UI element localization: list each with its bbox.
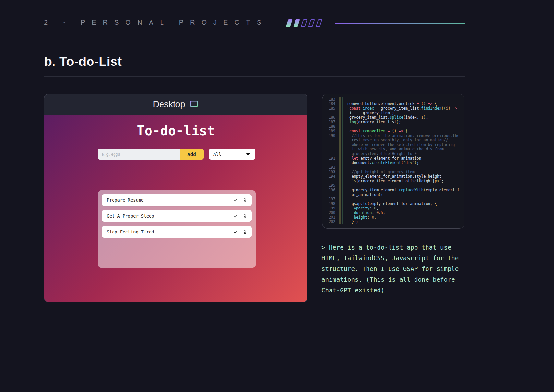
code-text: grocery_item.element.replaceWith(empty_e… (344, 188, 462, 197)
todo-item-actions (233, 230, 247, 234)
line-number: 202 (322, 220, 337, 224)
code-text: }); (344, 220, 462, 224)
line-number: 183 (322, 97, 337, 101)
page-title: b. To-do-List (44, 54, 122, 69)
code-line: 189const removeItem = () => { (322, 129, 462, 133)
todo-item-actions (233, 198, 247, 203)
line-number: 194 (322, 174, 337, 183)
code-line: 194empty_element_for_animation.style.hei… (322, 174, 462, 183)
chevron-down-icon (246, 153, 251, 156)
gutter-marks (337, 183, 344, 188)
check-icon (233, 198, 238, 203)
desktop-mockup-window: Desktop To-do-list Add All (44, 94, 307, 302)
code-text: //get height of grocery_item (344, 170, 462, 174)
line-number: 187 (322, 120, 337, 124)
check-icon (233, 230, 238, 234)
code-text: opacity: 0, (344, 206, 462, 210)
code-text (344, 124, 462, 129)
gutter-marks (337, 115, 344, 120)
code-line: 193//get height of grocery_item (322, 170, 462, 174)
code-text: duration: 0.5, (344, 210, 462, 215)
gutter-marks (337, 165, 344, 170)
gutter-marks (337, 210, 344, 215)
code-text: //this is for the animation, remove prev… (344, 133, 462, 156)
gutter-marks (337, 188, 344, 197)
code-line: 186grocery_item_list.splice(index, 1); (322, 115, 462, 120)
todo-item-label: Get A Proper Sleep (107, 213, 233, 219)
header-line (335, 23, 465, 24)
code-text: removed_button.element.onclick = () => { (344, 101, 462, 106)
code-line: 202}); (322, 220, 462, 224)
code-line: 184removed_button.element.onclick = () =… (322, 101, 462, 106)
project-description: > Here is a to-do-list app that use HTML… (321, 242, 468, 296)
todo-item-label: Stop Feeling Tired (107, 229, 233, 234)
code-text: log(grocery_item_list); (344, 120, 462, 124)
code-line: 183 (322, 97, 462, 101)
line-number: 185 (322, 106, 337, 115)
code-line: 185const index = grocery_item_list.findI… (322, 106, 462, 115)
line-number: 197 (322, 197, 337, 201)
delete-item-button[interactable] (243, 230, 247, 234)
complete-item-button[interactable] (233, 198, 238, 203)
code-line: 196grocery_item.element.replaceWith(empt… (322, 188, 462, 197)
code-text: const removeItem = () => { (344, 129, 462, 133)
line-number: 201 (322, 215, 337, 220)
trash-icon (243, 230, 247, 234)
gutter-marks (337, 133, 344, 156)
delete-item-button[interactable] (243, 214, 247, 219)
mockup-titlebar: Desktop (44, 94, 307, 115)
line-number: 199 (322, 206, 337, 210)
todo-item: Prepare Resume (102, 194, 252, 206)
gutter-marks (337, 174, 344, 183)
code-line: 190//this is for the animation, remove p… (322, 133, 462, 156)
code-line: 200duration: 0.5, (322, 210, 462, 215)
line-number: 196 (322, 188, 337, 197)
line-number: 184 (322, 101, 337, 106)
line-number: 191 (322, 156, 337, 165)
code-editor: 183184removed_button.element.onclick = (… (322, 94, 464, 229)
slash-filled (286, 19, 292, 27)
code-text (344, 165, 462, 170)
todo-input-row: Add All (98, 149, 255, 160)
line-number: 200 (322, 210, 337, 215)
gutter-marks (337, 120, 344, 124)
code-line: 187log(grocery_item_list); (322, 120, 462, 124)
slash-outline (301, 19, 307, 27)
add-button[interactable]: Add (180, 149, 204, 160)
todo-app-title: To-do-list (44, 123, 307, 138)
delete-item-button[interactable] (243, 198, 247, 203)
line-number: 189 (322, 129, 337, 133)
complete-item-button[interactable] (233, 214, 238, 219)
gutter-marks (337, 129, 344, 133)
line-number: 193 (322, 170, 337, 174)
code-text: const index = grocery_item_list.findInde… (344, 106, 462, 115)
clear-items-button[interactable]: Clear Items (98, 302, 256, 302)
gutter-marks (337, 106, 344, 115)
todo-item-actions (233, 214, 247, 219)
code-text: let empty_element_for_animation = docume… (344, 156, 462, 165)
code-line: 197 (322, 197, 462, 201)
line-number: 198 (322, 201, 337, 206)
gutter-marks (337, 220, 344, 224)
slash-decoration (287, 19, 321, 27)
gutter-marks (337, 124, 344, 129)
code-text (344, 197, 462, 201)
code-line: 188 (322, 124, 462, 129)
todo-item: Get A Proper Sleep (102, 210, 252, 222)
filter-dropdown[interactable]: All (209, 149, 255, 160)
trash-icon (243, 214, 247, 219)
gutter-marks (337, 201, 344, 206)
gutter-marks (337, 215, 344, 220)
code-text: empty_element_for_animation.style.height… (344, 174, 462, 183)
gutter-marks (337, 156, 344, 165)
complete-item-button[interactable] (233, 230, 238, 234)
code-line: 192 (322, 165, 462, 170)
gutter-marks (337, 97, 344, 101)
filter-value: All (213, 152, 221, 157)
code-text: gsap.to(empty_element_for_animation, { (344, 201, 462, 206)
new-item-input[interactable] (98, 149, 180, 160)
code-text: grocery_item_list.splice(index, 1); (344, 115, 462, 120)
line-number: 190 (322, 133, 337, 156)
code-lines: 183184removed_button.element.onclick = (… (322, 97, 462, 224)
gutter-marks (337, 170, 344, 174)
